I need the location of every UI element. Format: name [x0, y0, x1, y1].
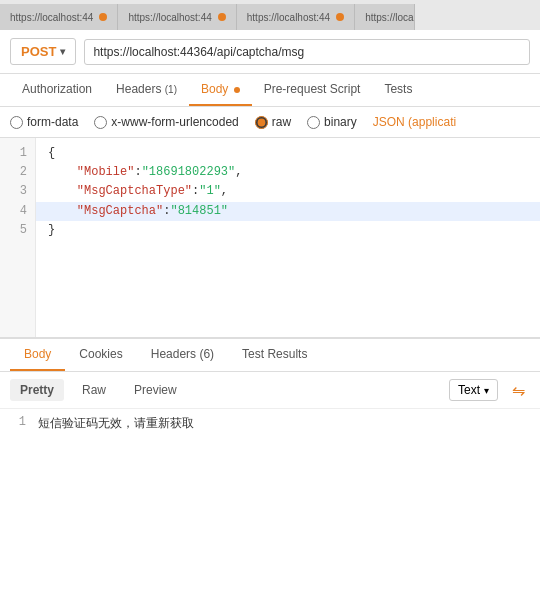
tab-body[interactable]: Body: [189, 74, 252, 106]
resp-tab-headers[interactable]: Headers (6): [137, 339, 228, 371]
option-raw[interactable]: raw: [255, 115, 291, 129]
tab-authorization-label: Authorization: [22, 82, 92, 96]
line-numbers: 1 2 3 4 5: [0, 138, 36, 337]
option-urlencoded[interactable]: x-www-form-urlencoded: [94, 115, 238, 129]
tab-dot-2: [218, 13, 226, 21]
code-line-1: {: [48, 144, 528, 163]
tab-body-label: Body: [201, 82, 228, 96]
option-form-data[interactable]: form-data: [10, 115, 78, 129]
radio-binary[interactable]: [307, 116, 320, 129]
code-line-5: }: [48, 221, 528, 240]
code-content[interactable]: { "Mobile":"18691802293", "MsgCaptchaTyp…: [36, 138, 540, 337]
download-icon[interactable]: ⇋: [506, 378, 530, 402]
radio-urlencoded[interactable]: [94, 116, 107, 129]
tab-label-2: https://localhost:44: [128, 12, 211, 23]
form-data-label: form-data: [27, 115, 78, 129]
view-preview-button[interactable]: Preview: [124, 379, 187, 401]
json-label: JSON (applicati: [373, 115, 456, 129]
body-dot: [234, 87, 240, 93]
text-dropdown-label: Text: [458, 383, 480, 397]
browser-tab-1[interactable]: https://localhost:44: [0, 4, 118, 30]
resp-tab-cookies[interactable]: Cookies: [65, 339, 136, 371]
radio-form-data[interactable]: [10, 116, 23, 129]
resp-tab-testresults[interactable]: Test Results: [228, 339, 321, 371]
radio-raw[interactable]: [255, 116, 268, 129]
tab-tests-label: Tests: [384, 82, 412, 96]
line-num-1: 1: [8, 144, 27, 163]
resp-body-label: Body: [24, 347, 51, 361]
main-wrapper: https://localhost:44 https://localhost:4…: [0, 0, 540, 598]
response-toolbar: Pretty Raw Preview Text ▾ ⇋: [0, 372, 540, 409]
line-num-2: 2: [8, 163, 27, 182]
tab-headers-badge: (1): [165, 84, 177, 95]
resp-line-num-1: 1: [10, 415, 26, 432]
chevron-down-icon-resp: ▾: [484, 385, 489, 396]
tab-tests[interactable]: Tests: [372, 74, 424, 106]
code-editor: 1 2 3 4 5 { "Mobile":"18691802293", "Msg…: [0, 138, 540, 338]
request-bar: POST ▾: [0, 30, 540, 74]
tab-dot-1: [99, 13, 107, 21]
line-num-5: 5: [8, 221, 27, 240]
resp-line-text-1: 短信验证码无效，请重新获取: [38, 415, 194, 432]
tab-authorization[interactable]: Authorization: [10, 74, 104, 106]
tab-label-3: https://localhost:44: [247, 12, 330, 23]
preview-label: Preview: [134, 383, 177, 397]
raw-label-resp: Raw: [82, 383, 106, 397]
response-body: 1 短信验证码无效，请重新获取: [0, 409, 540, 438]
tab-headers-label: Headers: [116, 82, 165, 96]
browser-tab-2[interactable]: https://localhost:44: [118, 4, 236, 30]
code-line-4: "MsgCaptcha":"814851": [36, 202, 540, 221]
body-options: form-data x-www-form-urlencoded raw bina…: [0, 107, 540, 138]
text-dropdown[interactable]: Text ▾: [449, 379, 498, 401]
urlencoded-label: x-www-form-urlencoded: [111, 115, 238, 129]
response-section: Body Cookies Headers (6) Test Results Pr…: [0, 338, 540, 438]
tab-prerequest[interactable]: Pre-request Script: [252, 74, 373, 106]
request-tabs: Authorization Headers (1) Body Pre-reque…: [0, 74, 540, 107]
resp-headers-badge: (6): [199, 347, 214, 361]
resp-cookies-label: Cookies: [79, 347, 122, 361]
view-raw-button[interactable]: Raw: [72, 379, 116, 401]
tab-dot-3: [336, 13, 344, 21]
method-label: POST: [21, 44, 56, 59]
code-line-2: "Mobile":"18691802293",: [48, 163, 528, 182]
tab-label-1: https://localhost:44: [10, 12, 93, 23]
url-input[interactable]: [84, 39, 530, 65]
code-line-3: "MsgCaptchaType":"1",: [48, 182, 528, 201]
tabs-bar: https://localhost:44 https://localhost:4…: [0, 0, 540, 30]
response-tabs: Body Cookies Headers (6) Test Results: [0, 339, 540, 372]
browser-tab-3[interactable]: https://localhost:44: [237, 4, 355, 30]
tab-label-4: https://loca: [365, 12, 413, 23]
download-symbol: ⇋: [512, 381, 525, 400]
chevron-down-icon: ▾: [60, 46, 65, 57]
resp-testresults-label: Test Results: [242, 347, 307, 361]
tab-headers[interactable]: Headers (1): [104, 74, 189, 106]
resp-headers-label: Headers: [151, 347, 200, 361]
line-num-4: 4: [8, 202, 27, 221]
raw-label: raw: [272, 115, 291, 129]
binary-label: binary: [324, 115, 357, 129]
option-binary[interactable]: binary: [307, 115, 357, 129]
pretty-label: Pretty: [20, 383, 54, 397]
line-num-3: 3: [8, 182, 27, 201]
resp-tab-body[interactable]: Body: [10, 339, 65, 371]
view-pretty-button[interactable]: Pretty: [10, 379, 64, 401]
code-lines: 1 2 3 4 5 { "Mobile":"18691802293", "Msg…: [0, 138, 540, 337]
browser-tab-4[interactable]: https://loca: [355, 4, 415, 30]
method-button[interactable]: POST ▾: [10, 38, 76, 65]
tab-prerequest-label: Pre-request Script: [264, 82, 361, 96]
